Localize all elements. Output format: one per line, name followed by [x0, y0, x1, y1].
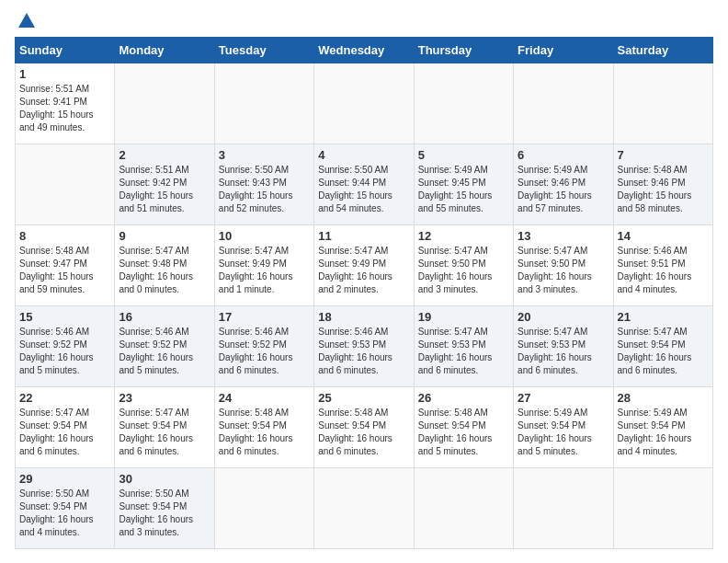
sunrise-text: Sunrise: 5:48 AM [618, 164, 709, 177]
sunrise-text: Sunrise: 5:50 AM [19, 488, 110, 500]
sunset-text: Sunset: 9:42 PM [119, 177, 210, 190]
day-info: Sunrise: 5:47 AMSunset: 9:49 PMDaylight:… [219, 245, 310, 296]
sunset-text: Sunset: 9:54 PM [119, 500, 210, 513]
day-number: 9 [119, 229, 210, 243]
daylight-text-cont: and 55 minutes. [418, 202, 509, 215]
sunrise-text: Sunrise: 5:48 AM [19, 245, 110, 258]
sunset-text: Sunset: 9:54 PM [418, 419, 509, 432]
day-number: 28 [618, 391, 709, 405]
day-number: 26 [418, 391, 509, 405]
daylight-text-cont: and 6 minutes. [518, 364, 609, 377]
day-info: Sunrise: 5:47 AMSunset: 9:48 PMDaylight:… [119, 245, 210, 296]
daylight-text: Daylight: 16 hours [119, 432, 210, 445]
calendar-cell: 15Sunrise: 5:46 AMSunset: 9:52 PMDayligh… [16, 306, 115, 387]
day-info: Sunrise: 5:48 AMSunset: 9:54 PMDaylight:… [318, 407, 409, 458]
day-info: Sunrise: 5:50 AMSunset: 9:54 PMDaylight:… [119, 488, 210, 539]
sunset-text: Sunset: 9:43 PM [219, 177, 310, 190]
calendar-week-5: 22Sunrise: 5:47 AMSunset: 9:54 PMDayligh… [16, 387, 713, 468]
sunrise-text: Sunrise: 5:48 AM [318, 407, 409, 419]
calendar-cell: 27Sunrise: 5:49 AMSunset: 9:54 PMDayligh… [514, 387, 613, 468]
day-number: 30 [119, 472, 210, 486]
day-number: 25 [318, 391, 409, 405]
day-info: Sunrise: 5:46 AMSunset: 9:51 PMDaylight:… [618, 245, 709, 296]
day-number: 24 [219, 391, 310, 405]
sunset-text: Sunset: 9:52 PM [19, 339, 110, 351]
daylight-text: Daylight: 16 hours [418, 432, 509, 445]
daylight-text-cont: and 6 minutes. [219, 364, 310, 377]
sunset-text: Sunset: 9:46 PM [618, 177, 709, 190]
daylight-text-cont: and 5 minutes. [418, 445, 509, 458]
daylight-text: Daylight: 16 hours [618, 432, 709, 445]
day-info: Sunrise: 5:48 AMSunset: 9:47 PMDaylight:… [19, 245, 110, 296]
calendar-cell [314, 468, 414, 549]
day-info: Sunrise: 5:46 AMSunset: 9:52 PMDaylight:… [219, 326, 310, 377]
day-info: Sunrise: 5:50 AMSunset: 9:44 PMDaylight:… [318, 164, 409, 215]
day-number: 15 [19, 310, 110, 324]
sunrise-text: Sunrise: 5:50 AM [219, 164, 310, 177]
calendar-header: SundayMondayTuesdayWednesdayThursdayFrid… [16, 38, 713, 63]
daylight-text: Daylight: 16 hours [119, 270, 210, 283]
calendar-cell: 24Sunrise: 5:48 AMSunset: 9:54 PMDayligh… [214, 387, 313, 468]
calendar-cell: 9Sunrise: 5:47 AMSunset: 9:48 PMDaylight… [115, 225, 214, 306]
day-number: 7 [618, 148, 709, 162]
day-info: Sunrise: 5:49 AMSunset: 9:46 PMDaylight:… [518, 164, 609, 215]
sunrise-text: Sunrise: 5:49 AM [418, 164, 509, 177]
sunset-text: Sunset: 9:52 PM [219, 339, 310, 351]
calendar-cell [613, 468, 712, 549]
sunset-text: Sunset: 9:53 PM [318, 339, 409, 351]
daylight-text: Daylight: 16 hours [618, 270, 709, 283]
daylight-text-cont: and 49 minutes. [19, 121, 110, 134]
day-number: 10 [219, 229, 310, 243]
daylight-text-cont: and 57 minutes. [518, 202, 609, 215]
day-info: Sunrise: 5:47 AMSunset: 9:53 PMDaylight:… [518, 326, 609, 377]
day-info: Sunrise: 5:47 AMSunset: 9:53 PMDaylight:… [418, 326, 509, 377]
daylight-text: Daylight: 16 hours [19, 351, 110, 364]
calendar-cell [613, 63, 712, 144]
calendar-cell [514, 63, 613, 144]
sunset-text: Sunset: 9:50 PM [418, 258, 509, 270]
day-number: 23 [119, 391, 210, 405]
calendar-cell [414, 63, 513, 144]
calendar-table: SundayMondayTuesdayWednesdayThursdayFrid… [15, 37, 713, 549]
calendar-cell [314, 63, 414, 144]
daylight-text: Daylight: 16 hours [418, 351, 509, 364]
calendar-week-1: 1Sunrise: 5:51 AMSunset: 9:41 PMDaylight… [16, 63, 713, 144]
day-number: 3 [219, 148, 310, 162]
day-number: 13 [518, 229, 609, 243]
sunrise-text: Sunrise: 5:47 AM [119, 407, 210, 419]
calendar-week-3: 8Sunrise: 5:48 AMSunset: 9:47 PMDaylight… [16, 225, 713, 306]
calendar-cell: 13Sunrise: 5:47 AMSunset: 9:50 PMDayligh… [514, 225, 613, 306]
calendar-cell: 7Sunrise: 5:48 AMSunset: 9:46 PMDaylight… [613, 144, 712, 225]
calendar-cell: 1Sunrise: 5:51 AMSunset: 9:41 PMDaylight… [16, 63, 115, 144]
day-number: 1 [19, 67, 110, 81]
calendar-cell: 20Sunrise: 5:47 AMSunset: 9:53 PMDayligh… [514, 306, 613, 387]
sunrise-text: Sunrise: 5:51 AM [119, 164, 210, 177]
header-sunday: Sunday [16, 38, 115, 63]
calendar-cell: 18Sunrise: 5:46 AMSunset: 9:53 PMDayligh… [314, 306, 414, 387]
daylight-text-cont: and 3 minutes. [119, 526, 210, 539]
daylight-text-cont: and 6 minutes. [418, 364, 509, 377]
day-info: Sunrise: 5:49 AMSunset: 9:54 PMDaylight:… [518, 407, 609, 458]
calendar-cell [115, 63, 214, 144]
day-number: 12 [418, 229, 509, 243]
day-info: Sunrise: 5:47 AMSunset: 9:54 PMDaylight:… [618, 326, 709, 377]
day-number: 11 [318, 229, 409, 243]
calendar-week-6: 29Sunrise: 5:50 AMSunset: 9:54 PMDayligh… [16, 468, 713, 549]
day-info: Sunrise: 5:46 AMSunset: 9:52 PMDaylight:… [19, 326, 110, 377]
calendar-cell: 6Sunrise: 5:49 AMSunset: 9:46 PMDaylight… [514, 144, 613, 225]
sunrise-text: Sunrise: 5:46 AM [219, 326, 310, 339]
daylight-text-cont: and 5 minutes. [19, 364, 110, 377]
daylight-text-cont: and 59 minutes. [19, 283, 110, 296]
daylight-text: Daylight: 16 hours [19, 432, 110, 445]
daylight-text-cont: and 6 minutes. [219, 445, 310, 458]
daylight-text-cont: and 52 minutes. [219, 202, 310, 215]
logo-icon [17, 11, 37, 31]
day-number: 19 [418, 310, 509, 324]
sunset-text: Sunset: 9:46 PM [518, 177, 609, 190]
daylight-text: Daylight: 16 hours [418, 270, 509, 283]
day-number: 16 [119, 310, 210, 324]
calendar-cell: 3Sunrise: 5:50 AMSunset: 9:43 PMDaylight… [214, 144, 313, 225]
header-tuesday: Tuesday [214, 38, 313, 63]
sunrise-text: Sunrise: 5:49 AM [518, 407, 609, 419]
daylight-text: Daylight: 16 hours [318, 351, 409, 364]
